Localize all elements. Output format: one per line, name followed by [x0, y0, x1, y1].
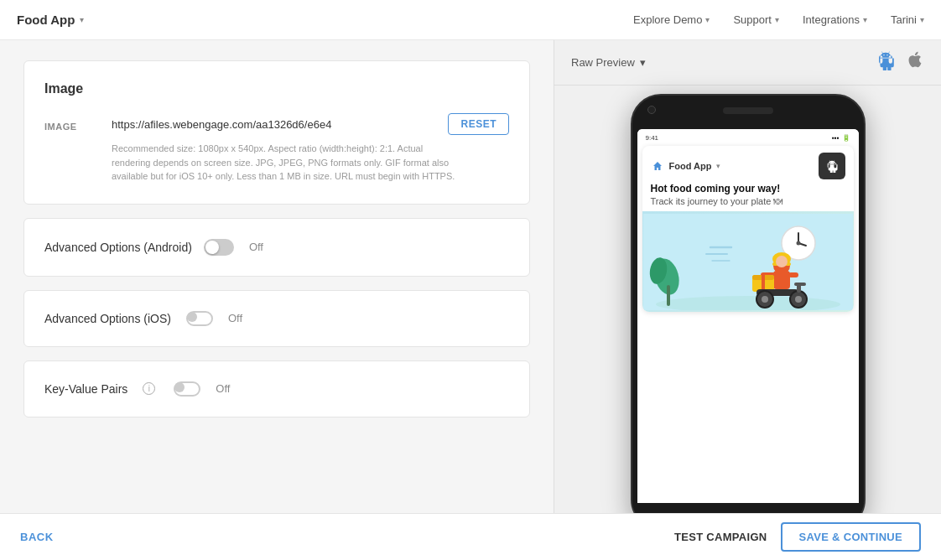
svg-rect-29 — [794, 283, 806, 286]
raw-preview-chevron: ▾ — [640, 56, 646, 69]
ios-options-card: Advanced Options (iOS) Off — [23, 290, 530, 347]
integrations-chevron: ▾ — [863, 15, 867, 24]
phone-bottom-bar — [632, 503, 864, 513]
ios-toggle-switch[interactable] — [186, 311, 213, 326]
notif-app-name: Food App — [669, 161, 712, 171]
image-row: IMAGE https://afiles.webengage.com/aa132… — [44, 113, 509, 184]
nav-right: Explore Demo ▾ Support ▾ Integrations ▾ … — [633, 13, 924, 26]
phone-status-bar: 9:41 ▪▪▪ 🔋 — [637, 129, 859, 146]
preview-header: Raw Preview ▾ — [554, 40, 941, 86]
svg-point-25 — [762, 296, 768, 303]
svg-point-27 — [795, 296, 802, 303]
android-toggle-row: Advanced Options (Android) Off — [44, 239, 509, 256]
notif-dropdown-chevron: ▾ — [716, 162, 720, 170]
notif-subtitle: Track its journey to your plate 🍽 — [642, 196, 854, 211]
kv-toggle-thumb — [174, 382, 185, 392]
image-url-row: https://afiles.webengage.com/aa1326d6/e6… — [112, 113, 509, 135]
android-toggle-status: Off — [249, 241, 263, 253]
ios-toggle-row: Advanced Options (iOS) Off — [44, 311, 509, 326]
nav-integrations[interactable]: Integrations ▾ — [803, 13, 867, 26]
bottom-bar: BACK TEST CAMPAIGN SAVE & CONTINUE — [0, 513, 941, 560]
svg-rect-5 — [667, 285, 670, 306]
brand-area[interactable]: Food App ▾ — [17, 13, 84, 27]
top-nav: Food App ▾ Explore Demo ▾ Support ▾ Inte… — [0, 0, 941, 40]
svg-rect-1 — [643, 214, 853, 310]
explore-chevron: ▾ — [705, 15, 710, 24]
svg-point-9 — [796, 241, 800, 245]
right-panel: Raw Preview ▾ 9:41 — [554, 40, 941, 513]
android-toggle-thumb — [205, 241, 219, 254]
ios-platform-icon[interactable] — [906, 50, 924, 75]
action-buttons: TEST CAMPAIGN SAVE & CONTINUE — [674, 522, 921, 552]
brand-chevron: ▾ — [80, 15, 84, 24]
notif-android-icon — [819, 153, 845, 179]
app-brand: Food App — [17, 13, 75, 27]
nav-explore-demo[interactable]: Explore Demo ▾ — [633, 13, 710, 26]
android-toggle-switch[interactable] — [204, 239, 234, 256]
android-options-label: Advanced Options (Android) — [44, 241, 192, 254]
notif-header: Food App ▾ — [642, 146, 854, 183]
kv-toggle-status: Off — [216, 382, 230, 395]
kv-toggle-row: Key-Value Pairs i Off — [44, 381, 509, 397]
notif-app-icon — [651, 159, 664, 173]
test-campaign-button[interactable]: TEST CAMPAIGN — [674, 522, 767, 552]
raw-preview-label: Raw Preview — [571, 56, 635, 69]
ios-toggle-thumb — [187, 312, 197, 322]
notif-image — [642, 211, 854, 312]
phone-mockup: 9:41 ▪▪▪ 🔋 Food App — [631, 94, 866, 513]
ios-options-label: Advanced Options (iOS) — [44, 312, 171, 325]
nav-user[interactable]: Tarini ▾ — [891, 13, 924, 26]
notification-card: Food App ▾ Hot food coming your way! Tra… — [642, 146, 854, 312]
notif-title: Hot food coming your way! — [642, 183, 854, 196]
key-value-card: Key-Value Pairs i Off — [23, 360, 530, 417]
back-button[interactable]: BACK — [20, 531, 54, 543]
svg-point-16 — [776, 256, 788, 267]
raw-preview-button[interactable]: Raw Preview ▾ — [571, 56, 646, 69]
notif-app-info: Food App ▾ — [651, 159, 721, 173]
kv-label: Key-Value Pairs — [44, 382, 127, 396]
phone-container: 9:41 ▪▪▪ 🔋 Food App — [554, 86, 941, 513]
svg-marker-0 — [653, 162, 662, 170]
platform-icons — [876, 50, 924, 75]
android-platform-icon[interactable] — [876, 50, 896, 75]
phone-speaker — [723, 107, 773, 114]
save-continue-button[interactable]: SAVE & CONTINUE — [781, 522, 921, 552]
image-label: IMAGE — [44, 113, 95, 132]
info-icon[interactable]: i — [143, 382, 155, 395]
image-hint: Recommended size: 1080px x 540px. Aspect… — [112, 142, 464, 184]
svg-rect-17 — [773, 271, 790, 289]
android-options-card: Advanced Options (Android) Off — [23, 218, 530, 277]
phone-screen: 9:41 ▪▪▪ 🔋 Food App — [637, 129, 859, 513]
image-card-title: Image — [44, 81, 509, 96]
support-chevron: ▾ — [775, 15, 779, 24]
left-panel: Image IMAGE https://afiles.webengage.com… — [0, 40, 554, 513]
image-url-text: https://afiles.webengage.com/aa1326d6/e6… — [112, 118, 438, 131]
image-card: Image IMAGE https://afiles.webengage.com… — [23, 60, 530, 205]
kv-toggle-switch[interactable] — [174, 381, 200, 397]
image-input-area: https://afiles.webengage.com/aa1326d6/e6… — [112, 113, 509, 184]
main-layout: Image IMAGE https://afiles.webengage.com… — [0, 40, 941, 513]
ios-toggle-status: Off — [228, 312, 242, 324]
nav-support[interactable]: Support ▾ — [733, 13, 779, 26]
svg-rect-19 — [788, 272, 798, 277]
reset-button[interactable]: RESET — [448, 113, 509, 135]
phone-camera — [647, 106, 656, 114]
user-chevron: ▾ — [920, 15, 924, 24]
